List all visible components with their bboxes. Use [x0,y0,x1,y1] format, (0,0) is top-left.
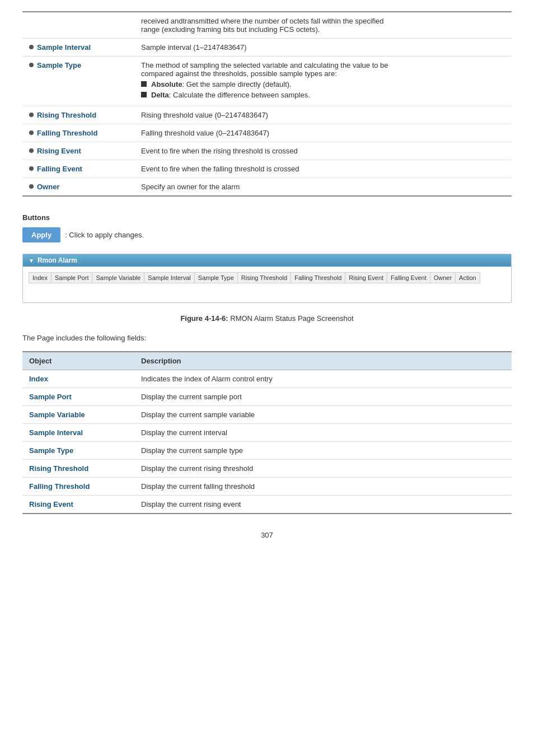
table-row: Sample Interval Sample interval (1–21474… [22,39,512,57]
table-row: Rising Threshold Rising threshold value … [22,106,512,124]
field-label: Rising Threshold [29,464,88,473]
buttons-title: Buttons [22,213,512,222]
rmon-table-empty-row [29,283,480,297]
bottom-description-table: Object Description Index Indicates the i… [22,351,512,514]
desc-text: Event to fire when the rising threshold … [141,147,298,155]
label-cell-falling-threshold: Falling Threshold [22,124,134,142]
bullet-dot [29,130,34,135]
rmon-alarm-widget: ▼ Rmon Alarm Index Sample Port Sample Va… [22,254,512,303]
col-index: Index [29,273,51,283]
term-absolute: Absolute [151,80,182,88]
bullet-text: Delta: Calculate the difference between … [151,91,310,99]
field-label: Sample Port [29,393,72,401]
desc-cell-sample-type: The method of sampling the selected vari… [134,57,512,106]
header-description: Description [134,352,512,370]
table-row: Sample Port Display the current sample p… [22,388,512,406]
sample-type-absolute: Absolute: Get the sample directly (defau… [141,80,505,88]
col-action: Action [456,273,480,283]
table-row: Falling Threshold Falling threshold valu… [22,124,512,142]
table-row: Owner Specify an owner for the alarm [22,178,512,197]
desc-cell-continuation: received andtransmitted where the number… [134,12,512,39]
sample-type-delta: Delta: Calculate the difference between … [141,91,505,99]
desc-line: received andtransmitted where the number… [141,17,505,25]
col-sample-interval: Sample Interval [144,273,194,283]
label-cell-sample-interval-b: Sample Interval [22,424,134,442]
table-row: Rising Event Display the current rising … [22,496,512,514]
header-object: Object [22,352,134,370]
field-label: Sample Type [29,446,73,455]
desc-cell-falling-threshold: Falling threshold value (0–2147483647) [134,124,512,142]
desc-cell-sample-type-b: Display the current sample type [134,442,512,460]
top-description-table: received andtransmitted where the number… [22,11,512,197]
label-cell-empty [22,12,134,39]
field-label: Sample Interval [37,43,91,52]
field-label: Falling Threshold [29,482,90,491]
table-row: Sample Interval Display the current inte… [22,424,512,442]
col-owner: Owner [430,273,455,283]
desc-cell-sample-interval: Sample interval (1–2147483647) [134,39,512,57]
square-bullet-icon [141,81,147,87]
figure-caption: Figure 4-14-6: RMON Alarm Status Page Sc… [22,314,512,323]
buttons-section: Buttons Apply : Click to apply changes. [22,213,512,242]
label-cell-sample-variable: Sample Variable [22,406,134,424]
apply-button[interactable]: Apply [22,227,60,242]
apply-description: : Click to apply changes. [65,231,144,239]
table-row: Rising Event Event to fire when the risi… [22,142,512,160]
col-falling-event: Falling Event [387,273,430,283]
rmon-alarm-header: ▼ Rmon Alarm [23,254,511,267]
apply-row: Apply : Click to apply changes. [22,227,512,242]
label-cell-falling-threshold-b: Falling Threshold [22,478,134,496]
desc-cell-rising-event-b: Display the current rising event [134,496,512,514]
collapse-arrow-icon[interactable]: ▼ [29,258,34,264]
field-label: Rising Threshold [37,111,96,119]
col-sample-variable: Sample Variable [92,273,144,283]
rmon-alarm-title: Rmon Alarm [38,256,77,264]
term-rest: : Get the sample directly (default). [182,80,292,88]
desc-cell-index: Indicates the index of Alarm control ent… [134,370,512,388]
desc-cell-owner: Specify an owner for the alarm [134,178,512,197]
rmon-alarm-body: Index Sample Port Sample Variable Sample… [23,267,511,302]
table-row: Rising Threshold Display the current ris… [22,460,512,478]
field-label: Rising Event [29,500,73,508]
bottom-table-header-row: Object Description [22,352,512,370]
desc-line: range (excluding framing bits but includ… [141,25,505,34]
desc-text: Falling threshold value (0–2147483647) [141,129,269,137]
bullet-dot [29,148,34,153]
desc-text: Specify an owner for the alarm [141,183,240,191]
table-row: Sample Variable Display the current samp… [22,406,512,424]
label-cell-falling-event: Falling Event [22,160,134,178]
label-cell-sample-interval: Sample Interval [22,39,134,57]
label-cell-sample-type: Sample Type [22,57,134,106]
label-cell-rising-event-b: Rising Event [22,496,134,514]
bullet-dot [29,184,34,189]
desc-line: compared against the thresholds, possibl… [141,69,505,78]
field-label: Sample Type [37,61,81,69]
desc-text: Rising threshold value (0–2147483647) [141,111,268,119]
table-row: Sample Type Display the current sample t… [22,442,512,460]
desc-text: Event to fire when the falling threshold… [141,165,299,173]
figure-label: Figure 4-14-6: [180,314,228,323]
desc-cell-falling-threshold-b: Display the current falling threshold [134,478,512,496]
term-delta: Delta [151,91,169,99]
bullet-dot [29,166,34,171]
figure-caption-text: RMON Alarm Status Page Screenshot [230,314,353,323]
col-rising-threshold: Rising Threshold [237,273,291,283]
field-label: Owner [37,183,59,191]
desc-line: The method of sampling the selected vari… [141,61,505,69]
desc-cell-rising-threshold: Rising threshold value (0–2147483647) [134,106,512,124]
term-rest: : Calculate the difference between sampl… [169,91,310,99]
label-cell-rising-event: Rising Event [22,142,134,160]
table-row: Falling Event Event to fire when the fal… [22,160,512,178]
label-cell-rising-threshold-b: Rising Threshold [22,460,134,478]
label-cell-index: Index [22,370,134,388]
rmon-table-header-row: Index Sample Port Sample Variable Sample… [29,273,480,283]
bullet-dot [29,45,34,49]
table-row: Index Indicates the index of Alarm contr… [22,370,512,388]
table-row: received andtransmitted where the number… [22,12,512,39]
desc-cell-rising-event: Event to fire when the rising threshold … [134,142,512,160]
label-cell-sample-port: Sample Port [22,388,134,406]
col-sample-type: Sample Type [194,273,237,283]
desc-cell-sample-variable: Display the current sample variable [134,406,512,424]
field-label: Sample Variable [29,410,85,419]
field-label: Rising Event [37,147,81,155]
